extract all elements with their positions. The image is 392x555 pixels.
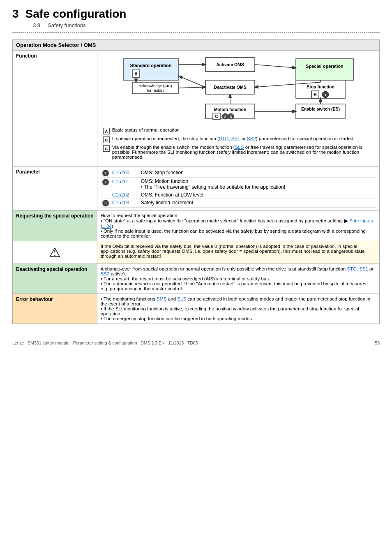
link-sto2[interactable]: STO — [347, 266, 356, 271]
svg-rect-4 — [296, 59, 353, 80]
error-label: Error behaviour — [13, 294, 97, 324]
link-sto[interactable]: STO — [219, 136, 228, 141]
section-label: 3.9 Safety functions — [33, 22, 380, 28]
param-desc-4: Safely limited increment — [139, 199, 376, 208]
annotation-c: C Via enable through the enable switch, … — [103, 145, 374, 160]
svg-text:Acknowledge (AIS): Acknowledge (AIS) — [138, 83, 172, 88]
svg-text:Special operation: Special operation — [306, 64, 344, 69]
error-content: • The monitoring functions SMS and SLS c… — [97, 294, 379, 324]
badge-3: 3 — [102, 200, 109, 206]
error-row: Error behaviour • The monitoring functio… — [13, 294, 380, 324]
page-header: 3 Safe configuration 3.9 Safety function… — [12, 8, 380, 28]
badge-1: 1 — [102, 170, 109, 176]
param-code-2[interactable]: C15201 — [112, 179, 129, 185]
page-footer: Lenze · SM301 safety module · Parameter … — [12, 324, 380, 345]
link-safe-inputs[interactable]: Safe inputs — [349, 218, 373, 223]
param-desc-2: OMS: Motion function — [141, 178, 374, 184]
function-row: Function Standard operation A Special op… — [13, 51, 380, 166]
link-page-34[interactable]: □ 34 — [102, 224, 112, 229]
badge-a: A — [103, 128, 110, 134]
svg-text:2: 2 — [224, 115, 226, 119]
warning-row: ⚠ If the OMS bit is received via the saf… — [13, 241, 380, 264]
page-number: 55 — [375, 340, 380, 345]
svg-text:Motion function: Motion function — [214, 107, 246, 112]
link-sms[interactable]: SMS — [157, 296, 167, 301]
badge-b: B — [103, 136, 110, 143]
deactivating-row: Deactivating special operation A change-… — [13, 264, 380, 294]
link-ss1[interactable]: SS1 — [231, 136, 240, 141]
badge-2: 2 — [102, 179, 109, 185]
param-row-3: C15202 OMS: Function at LOW level — [101, 191, 376, 199]
parameter-label: Parameter — [13, 166, 97, 210]
param-desc-1: OMS: Stop function — [141, 170, 184, 176]
svg-text:3: 3 — [230, 115, 232, 119]
svg-text:Deactivate OMS: Deactivate OMS — [214, 85, 246, 90]
link-ss12[interactable]: SS1 — [359, 266, 368, 271]
warning-icon-cell: ⚠ — [13, 241, 97, 264]
chapter-number: 3 — [12, 8, 19, 20]
warning-content: If the OMS bit is received via the safet… — [97, 241, 379, 264]
warning-icon: ⚠ — [49, 245, 61, 260]
link-sls2[interactable]: SLS — [177, 296, 186, 301]
svg-text:A: A — [134, 72, 137, 76]
oms-diagram: Standard operation A Special operation A… — [119, 56, 357, 123]
svg-text:Stop function: Stop function — [307, 84, 334, 89]
requesting-label: Requesting the special operation — [13, 210, 97, 241]
parameter-content: 1 C15200 OMS: Stop function 2 C15201 OMS… — [97, 166, 379, 210]
oms-table: Operation Mode Selector / OMS Function S… — [12, 39, 380, 324]
param-row-4: 3 C15203 Safely limited increment — [101, 199, 376, 208]
footer-text: Lenze · SM301 safety module · Parameter … — [12, 340, 198, 345]
param-code-3[interactable]: C15202 — [112, 192, 129, 198]
deactivating-label: Deactivating special operation — [13, 264, 97, 294]
link-ss2[interactable]: SS2 — [247, 136, 256, 141]
annotation-a: A Basic status of normal operation — [103, 127, 374, 134]
param-desc-3: OMS: Function at LOW level — [139, 191, 376, 199]
svg-rect-10 — [296, 80, 345, 98]
requesting-content: How to request the special operation: • … — [97, 210, 379, 241]
svg-text:Standard operation: Standard operation — [130, 63, 171, 68]
chapter-title: Safe configuration — [25, 8, 127, 20]
svg-text:B: B — [314, 92, 316, 97]
divider — [12, 32, 380, 33]
parameter-table: 1 C15200 OMS: Stop function 2 C15201 OMS… — [101, 169, 376, 208]
svg-text:for restart: for restart — [147, 88, 164, 92]
badge-c: C — [103, 145, 110, 152]
parameter-row: Parameter 1 C15200 OMS: Stop function 2 — [13, 166, 380, 210]
function-content: Standard operation A Special operation A… — [97, 51, 379, 166]
svg-text:Enable switch (ES): Enable switch (ES) — [301, 106, 340, 111]
svg-text:C: C — [215, 114, 218, 119]
param-row-1: 1 C15200 OMS: Stop function — [101, 169, 376, 178]
svg-text:Activate OMS: Activate OMS — [216, 62, 244, 67]
svg-line-27 — [255, 65, 296, 68]
svg-line-30 — [179, 76, 205, 87]
param-code-4[interactable]: C15203 — [112, 200, 129, 206]
param-row-2: 2 C15201 OMS: Motion function • The "Fre… — [101, 178, 376, 191]
deactivating-content: A change-over from special operation to … — [97, 264, 379, 294]
link-ss22[interactable]: SS2 — [101, 271, 110, 276]
link-sls[interactable]: SLS — [235, 145, 244, 150]
table-header: Operation Mode Selector / OMS — [13, 40, 380, 51]
function-label: Function — [13, 51, 97, 166]
svg-text:1: 1 — [324, 93, 326, 97]
param-code-1[interactable]: C15200 — [112, 170, 129, 176]
svg-rect-0 — [123, 59, 179, 80]
annotation-b: B If special operation is requested, the… — [103, 136, 374, 143]
requesting-row: Requesting the special operation How to … — [13, 210, 380, 241]
svg-line-40 — [178, 87, 205, 88]
